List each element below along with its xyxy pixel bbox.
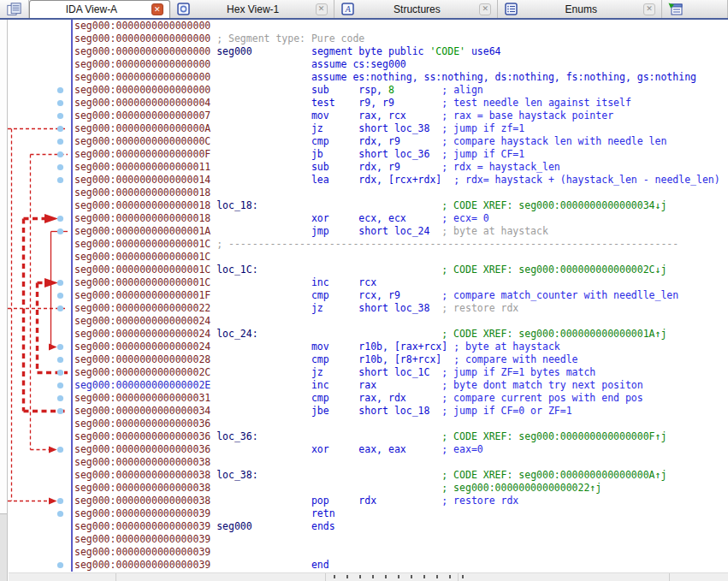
- code-segment: ; jump if CF=0 or ZF=1: [429, 405, 571, 417]
- instruction-dot[interactable]: [57, 126, 63, 132]
- listing-line[interactable]: seg000:0000000000000039: [74, 533, 728, 546]
- code-segment: seg000:000000000000002C: [74, 366, 216, 378]
- instruction-dot[interactable]: [57, 177, 63, 183]
- close-tab-button[interactable]: ✕: [316, 3, 328, 15]
- instruction-dot[interactable]: [57, 382, 63, 388]
- listing-line[interactable]: seg000:0000000000000007 mov rax, rcx ; r…: [74, 110, 728, 122]
- gutter-scroll-block[interactable]: [0, 513, 7, 581]
- instruction-dot[interactable]: [57, 293, 63, 299]
- listing-line[interactable]: seg000:000000000000001F cmp rcx, r9 ; co…: [74, 289, 728, 302]
- listing-line[interactable]: seg000:0000000000000036 xor eax, eax ; e…: [74, 443, 728, 456]
- listing-line[interactable]: seg000:0000000000000000 assume es:nothin…: [74, 71, 728, 84]
- code-segment: jmp short loc_24: [216, 225, 429, 237]
- listing-line[interactable]: seg000:0000000000000028 cmp r10b, [r8+rc…: [74, 353, 728, 366]
- listing-line[interactable]: seg000:000000000000001A jmp short loc_24…: [74, 225, 728, 238]
- code-segment: seg000:0000000000000004: [74, 97, 216, 109]
- code-segment: seg000:0000000000000018: [74, 212, 216, 224]
- listing-line[interactable]: seg000:000000000000002C jz short loc_1C …: [74, 366, 728, 379]
- listing-line[interactable]: seg000:0000000000000024 mov r10b, [rax+r…: [74, 341, 728, 353]
- instruction-dot[interactable]: [57, 498, 63, 504]
- code-segment: seg000:0000000000000018: [74, 187, 216, 199]
- code-segment: seg000:0000000000000034: [74, 405, 216, 417]
- code-segment: seg000:0000000000000031: [74, 392, 216, 404]
- listing-line[interactable]: seg000:0000000000000000 ; Segment type: …: [74, 33, 728, 45]
- listing-line[interactable]: seg000:000000000000002E inc rax ; byte d…: [74, 379, 728, 392]
- instruction-dot[interactable]: [57, 395, 63, 401]
- listing-line[interactable]: seg000:0000000000000024 loc_24: ; CODE X…: [74, 328, 728, 341]
- instruction-dot[interactable]: [57, 113, 63, 119]
- code-segment: mov r10b, [rax+rcx]: [216, 341, 447, 353]
- listing-line[interactable]: seg000:000000000000001C: [74, 251, 728, 264]
- listing-line[interactable]: seg000:000000000000000F jb short loc_36 …: [74, 148, 728, 161]
- code-segment: ; CODE XREF: seg000:000000000000002C↓j: [258, 264, 667, 276]
- close-tab-button[interactable]: ✕: [151, 3, 163, 15]
- listing-line[interactable]: seg000:0000000000000039 end: [74, 559, 728, 572]
- listing-line[interactable]: seg000:0000000000000000 assume cs:seg000: [74, 58, 728, 71]
- instruction-dot[interactable]: [57, 562, 63, 568]
- listing-line[interactable]: seg000:0000000000000038 pop rdx ; restor…: [74, 495, 728, 507]
- disassembly-listing[interactable]: seg000:0000000000000000 seg000:000000000…: [71, 20, 728, 572]
- listing-line[interactable]: seg000:000000000000001C loc_1C: ; CODE X…: [74, 264, 728, 276]
- close-tab-button[interactable]: ✕: [643, 3, 655, 15]
- tab-enums[interactable]: Enums✕: [498, 0, 662, 18]
- listing-line[interactable]: seg000:0000000000000004 test r9, r9 ; te…: [74, 97, 728, 110]
- code-segment: xor eax, eax: [216, 443, 406, 455]
- listing-line[interactable]: seg000:0000000000000034 jbe short loc_18…: [74, 405, 728, 418]
- listing-line[interactable]: seg000:0000000000000024: [74, 315, 728, 328]
- listing-line[interactable]: seg000:000000000000001C ; --------------…: [74, 238, 728, 251]
- code-segment: seg000:0000000000000024: [74, 341, 216, 353]
- instruction-dot[interactable]: [57, 100, 63, 106]
- instruction-dot[interactable]: [57, 87, 63, 93]
- code-segment: ; rdx= haystack + (haystack_len - needle…: [441, 174, 719, 186]
- listing-line[interactable]: seg000:0000000000000000: [74, 20, 728, 33]
- code-segment: ; --------------------------------------…: [216, 238, 678, 250]
- listing-line[interactable]: seg000:0000000000000038 loc_38: ; CODE X…: [74, 469, 728, 482]
- instruction-dot[interactable]: [57, 280, 63, 286]
- code-segment: seg000:0000000000000022: [74, 302, 216, 314]
- instruction-dot[interactable]: [57, 511, 63, 517]
- listing-line[interactable]: seg000:0000000000000011 sub rdx, r9 ; rd…: [74, 161, 728, 174]
- listing-line[interactable]: seg000:0000000000000038: [74, 456, 728, 469]
- instruction-dot[interactable]: [57, 305, 63, 311]
- listing-line[interactable]: seg000:0000000000000039: [74, 546, 728, 559]
- listing-line[interactable]: seg000:000000000000001C inc rcx: [74, 276, 728, 289]
- enums-icon: [504, 3, 518, 16]
- listing-line[interactable]: seg000:0000000000000018 loc_18: ; CODE X…: [74, 199, 728, 212]
- code-segment: ; compare match_counter with needlle_len: [400, 289, 678, 301]
- listing-line[interactable]: seg000:0000000000000039 retn: [74, 507, 728, 520]
- instruction-dot[interactable]: [57, 370, 63, 376]
- close-tab-button[interactable]: ✕: [479, 3, 491, 15]
- instruction-dot[interactable]: [57, 344, 63, 350]
- tab-hex-view-1[interactable]: Hex View-1✕: [170, 0, 334, 18]
- tab-extra[interactable]: [662, 0, 728, 18]
- listing-line[interactable]: seg000:000000000000000A jz short loc_38 …: [74, 122, 728, 135]
- listing-line[interactable]: seg000:0000000000000031 cmp rax, rdx ; c…: [74, 392, 728, 405]
- listing-line[interactable]: seg000:0000000000000000 sub rsp, 8 ; ali…: [74, 84, 728, 97]
- code-segment: ; eax=0: [406, 443, 483, 455]
- instruction-dot[interactable]: [57, 408, 63, 414]
- instruction-dot[interactable]: [57, 357, 63, 363]
- jump-arrowhead-icon: [49, 447, 57, 454]
- listing-line[interactable]: seg000:000000000000000C cmp rdx, r9 ; co…: [74, 135, 728, 148]
- listing-line[interactable]: seg000:0000000000000018 xor ecx, ecx ; e…: [74, 212, 728, 225]
- listing-line[interactable]: seg000:0000000000000022 jz short loc_38 …: [74, 302, 728, 315]
- tab-structures[interactable]: AStructures✕: [334, 0, 499, 18]
- listing-line[interactable]: seg000:0000000000000014 lea rdx, [rcx+rd…: [74, 174, 728, 187]
- window-list-button[interactable]: [0, 0, 29, 18]
- code-segment: seg000:000000000000001F: [74, 289, 216, 301]
- listing-line[interactable]: seg000:0000000000000036 loc_36: ; CODE X…: [74, 430, 728, 443]
- code-segment: seg000:000000000000001A: [74, 225, 216, 237]
- listing-line[interactable]: seg000:0000000000000000 seg000 segment b…: [74, 45, 728, 58]
- instruction-dot[interactable]: [57, 216, 63, 222]
- instruction-dot[interactable]: [57, 228, 63, 234]
- listing-line[interactable]: seg000:0000000000000018: [74, 187, 728, 199]
- listing-line[interactable]: seg000:0000000000000036: [74, 418, 728, 430]
- code-segment: inc rax: [216, 379, 376, 391]
- listing-line[interactable]: seg000:0000000000000039 seg000 ends: [74, 520, 728, 533]
- instruction-dot[interactable]: [57, 447, 63, 453]
- listing-line[interactable]: seg000:0000000000000038 ; seg000:0000000…: [74, 482, 728, 495]
- tab-ida-view-a[interactable]: IDA View-A✕: [29, 0, 170, 18]
- instruction-dot[interactable]: [57, 139, 63, 145]
- instruction-dot[interactable]: [57, 164, 63, 170]
- instruction-dot[interactable]: [57, 151, 63, 157]
